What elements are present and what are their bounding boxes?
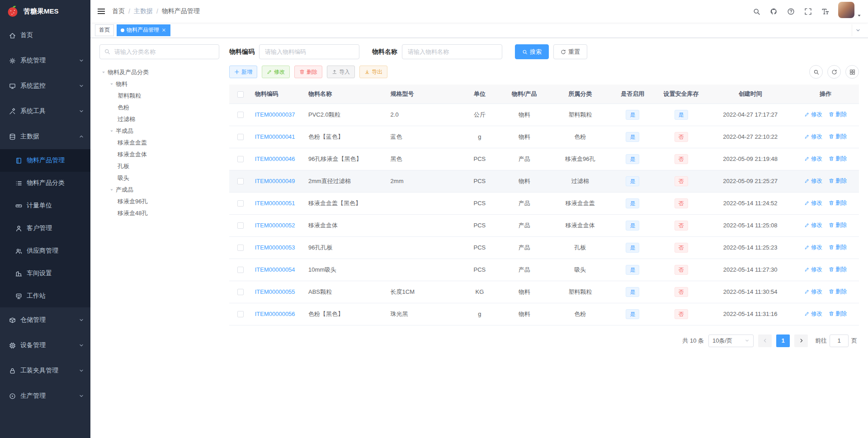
sidebar-item-unit[interactable]: 计量单位 [0,194,90,217]
sidebar-item-tools[interactable]: 系统工具 [0,99,90,124]
material-code-link[interactable]: ITEM00000056 [255,311,295,317]
sidebar-item-material-category[interactable]: 物料产品分类 [0,172,90,194]
material-name-input[interactable] [402,44,502,59]
user-menu[interactable] [838,2,862,21]
columns-settings-button[interactable] [845,65,859,79]
toggle-search-button[interactable] [809,65,823,79]
tree-node[interactable]: 产成品 [99,184,219,196]
tree-node[interactable]: 孔板 [99,160,219,172]
material-code-input[interactable] [259,44,359,59]
sidebar-item-customer[interactable]: 客户管理 [0,217,90,240]
sidebar-item-production[interactable]: 生产管理 [0,383,90,409]
tree-node[interactable]: 物料 [99,78,219,90]
refresh-button[interactable] [827,65,841,79]
row-edit-button[interactable]: 修改 [804,288,822,296]
sidebar-item-monitor[interactable]: 系统监控 [0,73,90,99]
tree-node[interactable]: 移液盒96孔 [99,196,219,207]
row-delete-button[interactable]: 删除 [829,133,847,141]
edit-button[interactable]: 修改 [262,66,290,78]
page-size-select[interactable]: 10条/页 [708,334,754,347]
row-edit-button[interactable]: 修改 [804,177,822,185]
tree-node[interactable]: 色粉 [99,102,219,113]
tab-home[interactable]: 首页 [95,24,114,36]
tree-node[interactable]: 半成品 [99,125,219,137]
tree-node[interactable]: 移液盒盒盖 [99,137,219,149]
avatar[interactable] [838,2,854,18]
row-delete-button[interactable]: 删除 [829,266,847,273]
row-edit-button[interactable]: 修改 [804,266,822,273]
sidebar-item-warehouse[interactable]: 仓储管理 [0,307,90,333]
page-goto-input[interactable] [830,334,849,347]
row-checkbox[interactable] [237,134,244,140]
row-checkbox[interactable] [237,222,244,229]
close-icon[interactable] [161,28,166,33]
sidebar-item-material-product[interactable]: 物料产品管理 [0,149,90,172]
material-code-link[interactable]: ITEM00000052 [255,222,295,229]
sidebar-item-workshop[interactable]: 车间设置 [0,262,90,285]
material-code-link[interactable]: ITEM00000046 [255,155,295,162]
tree-expand-toggle[interactable] [108,128,115,134]
row-delete-button[interactable]: 删除 [829,310,847,318]
row-checkbox[interactable] [237,245,244,251]
select-all-checkbox[interactable] [237,91,244,98]
row-edit-button[interactable]: 修改 [804,133,822,141]
tabs-dropdown-button[interactable] [852,24,863,36]
tree-expand-toggle[interactable] [108,81,115,87]
tree-node[interactable]: 移液盒48孔 [99,207,219,219]
sidebar-item-workstation[interactable]: 工作站 [0,285,90,307]
navbar-fullscreen-button[interactable] [799,0,816,23]
row-delete-button[interactable]: 删除 [829,288,847,296]
search-button[interactable]: 搜索 [515,44,549,59]
row-delete-button[interactable]: 删除 [829,244,847,251]
row-checkbox[interactable] [237,311,244,317]
navbar-search-button[interactable] [748,0,765,23]
tab-material-product[interactable]: 物料产品管理 [117,24,170,36]
row-delete-button[interactable]: 删除 [829,199,847,207]
tree-node[interactable]: 过滤棉 [99,113,219,125]
prev-page-button[interactable] [758,334,772,347]
export-button[interactable]: 导出 [359,66,387,78]
material-code-link[interactable]: ITEM00000053 [255,244,295,251]
material-code-link[interactable]: ITEM00000037 [255,111,295,118]
reset-button[interactable]: 重置 [553,44,587,59]
row-delete-button[interactable]: 删除 [829,177,847,185]
row-checkbox[interactable] [237,156,244,162]
tree-node[interactable]: 吸头 [99,172,219,184]
app-logo[interactable]: 苦糖果MES [0,0,90,23]
row-checkbox[interactable] [237,289,244,295]
row-checkbox[interactable] [237,178,244,184]
sidebar-item-supplier[interactable]: 供应商管理 [0,240,90,262]
tree-node[interactable]: 塑料颗粒 [99,90,219,102]
material-code-link[interactable]: ITEM00000054 [255,266,295,273]
row-delete-button[interactable]: 删除 [829,111,847,118]
row-checkbox[interactable] [237,200,244,207]
material-code-link[interactable]: ITEM00000051 [255,200,295,207]
navbar-github-button[interactable] [765,0,782,23]
add-button[interactable]: 新增 [229,66,257,78]
navbar-help-button[interactable] [782,0,799,23]
category-search-input[interactable] [99,44,219,59]
row-edit-button[interactable]: 修改 [804,199,822,207]
row-edit-button[interactable]: 修改 [804,111,822,118]
sidebar-item-equipment[interactable]: 设备管理 [0,333,90,358]
row-edit-button[interactable]: 修改 [804,244,822,251]
row-edit-button[interactable]: 修改 [804,310,822,318]
material-code-link[interactable]: ITEM00000049 [255,178,295,184]
sidebar-toggle-button[interactable] [90,0,112,23]
delete-button[interactable]: 删除 [294,66,322,78]
tree-node[interactable]: 物料及产品分类 [99,66,219,78]
page-number-button[interactable]: 1 [776,334,790,347]
navbar-font-size-button[interactable] [816,0,834,23]
tree-expand-toggle[interactable] [100,69,107,75]
breadcrumb-item[interactable]: 首页 [112,7,125,15]
tree-expand-toggle[interactable] [108,187,115,193]
material-code-link[interactable]: ITEM00000041 [255,133,295,140]
material-code-link[interactable]: ITEM00000055 [255,288,295,295]
row-checkbox[interactable] [237,112,244,118]
tree-node[interactable]: 移液盒盒体 [99,149,219,160]
sidebar-item-fixture[interactable]: 工装夹具管理 [0,358,90,383]
row-delete-button[interactable]: 删除 [829,221,847,229]
row-edit-button[interactable]: 修改 [804,155,822,163]
row-delete-button[interactable]: 删除 [829,155,847,163]
sidebar-item-home[interactable]: 首页 [0,23,90,48]
